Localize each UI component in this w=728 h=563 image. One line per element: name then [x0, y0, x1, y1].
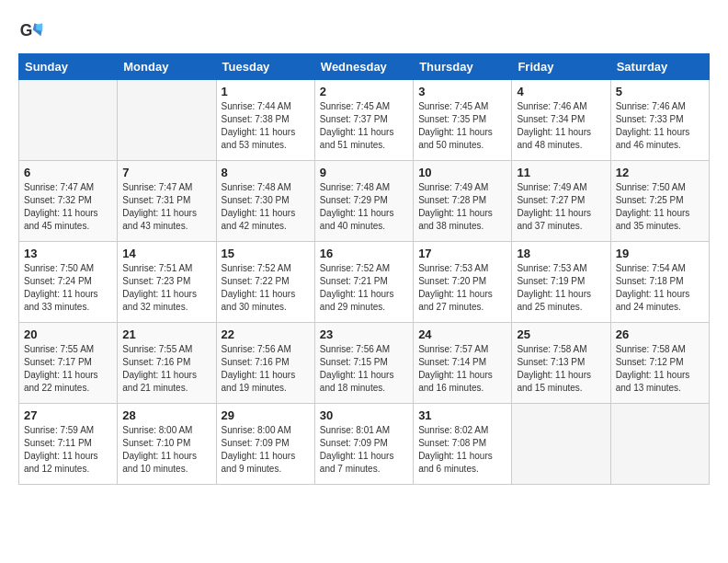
day-info: Sunrise: 7:49 AM Sunset: 7:28 PM Dayligh… [418, 181, 506, 233]
day-number: 16 [320, 247, 408, 260]
day-info: Sunrise: 7:53 AM Sunset: 7:20 PM Dayligh… [418, 262, 506, 314]
day-number: 30 [320, 408, 408, 422]
day-number: 6 [24, 166, 112, 179]
calendar-cell: 25 Sunrise: 7:58 AM Sunset: 7:13 PM Dayl… [512, 323, 610, 404]
column-header-sunday: Sunday [19, 54, 118, 80]
calendar-cell: 22 Sunrise: 7:56 AM Sunset: 7:16 PM Dayl… [216, 323, 314, 404]
day-number: 24 [418, 327, 506, 341]
day-number: 27 [24, 408, 112, 422]
calendar-cell: 14 Sunrise: 7:51 AM Sunset: 7:23 PM Dayl… [118, 242, 216, 323]
day-number: 2 [320, 85, 408, 98]
calendar-cell: 9 Sunrise: 7:48 AM Sunset: 7:29 PM Dayli… [314, 161, 413, 242]
day-info: Sunrise: 7:48 AM Sunset: 7:29 PM Dayligh… [320, 181, 408, 233]
day-info: Sunrise: 7:45 AM Sunset: 7:37 PM Dayligh… [320, 100, 408, 152]
day-number: 5 [616, 85, 704, 98]
calendar-week-row: 1 Sunrise: 7:44 AM Sunset: 7:38 PM Dayli… [19, 80, 710, 161]
column-header-saturday: Saturday [610, 54, 709, 80]
page-header: G [18, 18, 710, 44]
day-info: Sunrise: 8:00 AM Sunset: 7:10 PM Dayligh… [122, 424, 210, 476]
calendar-cell: 12 Sunrise: 7:50 AM Sunset: 7:25 PM Dayl… [610, 161, 709, 242]
calendar-cell: 23 Sunrise: 7:56 AM Sunset: 7:15 PM Dayl… [314, 323, 413, 404]
calendar-cell: 18 Sunrise: 7:53 AM Sunset: 7:19 PM Dayl… [512, 242, 610, 323]
calendar-cell: 17 Sunrise: 7:53 AM Sunset: 7:20 PM Dayl… [414, 242, 512, 323]
day-info: Sunrise: 8:01 AM Sunset: 7:09 PM Dayligh… [320, 424, 408, 476]
calendar-cell: 31 Sunrise: 8:02 AM Sunset: 7:08 PM Dayl… [414, 404, 512, 485]
calendar-cell: 21 Sunrise: 7:55 AM Sunset: 7:16 PM Dayl… [118, 323, 216, 404]
day-info: Sunrise: 7:58 AM Sunset: 7:12 PM Dayligh… [616, 343, 704, 395]
day-number: 23 [320, 327, 408, 341]
day-info: Sunrise: 7:47 AM Sunset: 7:31 PM Dayligh… [122, 181, 210, 233]
calendar-cell: 13 Sunrise: 7:50 AM Sunset: 7:24 PM Dayl… [19, 242, 118, 323]
day-info: Sunrise: 7:52 AM Sunset: 7:22 PM Dayligh… [222, 262, 310, 314]
calendar-week-row: 13 Sunrise: 7:50 AM Sunset: 7:24 PM Dayl… [19, 242, 710, 323]
day-info: Sunrise: 8:00 AM Sunset: 7:09 PM Dayligh… [222, 424, 310, 476]
column-header-wednesday: Wednesday [314, 54, 413, 80]
calendar-cell: 28 Sunrise: 8:00 AM Sunset: 7:10 PM Dayl… [118, 404, 216, 485]
day-number: 13 [24, 247, 112, 260]
day-number: 18 [517, 247, 605, 260]
day-number: 8 [222, 166, 310, 179]
calendar-week-row: 6 Sunrise: 7:47 AM Sunset: 7:32 PM Dayli… [19, 161, 710, 242]
day-number: 22 [222, 327, 310, 341]
day-info: Sunrise: 7:57 AM Sunset: 7:14 PM Dayligh… [418, 343, 506, 395]
day-info: Sunrise: 7:52 AM Sunset: 7:21 PM Dayligh… [320, 262, 408, 314]
calendar-cell: 4 Sunrise: 7:46 AM Sunset: 7:34 PM Dayli… [512, 80, 610, 161]
day-info: Sunrise: 7:46 AM Sunset: 7:33 PM Dayligh… [616, 100, 704, 152]
calendar-cell: 7 Sunrise: 7:47 AM Sunset: 7:31 PM Dayli… [118, 161, 216, 242]
calendar-cell: 1 Sunrise: 7:44 AM Sunset: 7:38 PM Dayli… [216, 80, 314, 161]
day-info: Sunrise: 7:56 AM Sunset: 7:15 PM Dayligh… [320, 343, 408, 395]
calendar-cell: 6 Sunrise: 7:47 AM Sunset: 7:32 PM Dayli… [19, 161, 118, 242]
svg-text:G: G [20, 21, 33, 40]
calendar-cell: 16 Sunrise: 7:52 AM Sunset: 7:21 PM Dayl… [314, 242, 413, 323]
day-number: 15 [222, 247, 310, 260]
calendar-cell [118, 80, 216, 161]
day-number: 29 [222, 408, 310, 422]
calendar-cell: 29 Sunrise: 8:00 AM Sunset: 7:09 PM Dayl… [216, 404, 314, 485]
day-info: Sunrise: 8:02 AM Sunset: 7:08 PM Dayligh… [418, 424, 506, 476]
day-info: Sunrise: 7:48 AM Sunset: 7:30 PM Dayligh… [222, 181, 310, 233]
day-number: 31 [418, 408, 506, 422]
calendar-cell: 11 Sunrise: 7:49 AM Sunset: 7:27 PM Dayl… [512, 161, 610, 242]
day-info: Sunrise: 7:55 AM Sunset: 7:17 PM Dayligh… [24, 343, 112, 395]
calendar-cell: 15 Sunrise: 7:52 AM Sunset: 7:22 PM Dayl… [216, 242, 314, 323]
calendar-cell: 3 Sunrise: 7:45 AM Sunset: 7:35 PM Dayli… [414, 80, 512, 161]
calendar-cell: 8 Sunrise: 7:48 AM Sunset: 7:30 PM Dayli… [216, 161, 314, 242]
day-info: Sunrise: 7:50 AM Sunset: 7:24 PM Dayligh… [24, 262, 112, 314]
calendar-week-row: 20 Sunrise: 7:55 AM Sunset: 7:17 PM Dayl… [19, 323, 710, 404]
day-number: 25 [517, 327, 605, 341]
calendar-cell: 27 Sunrise: 7:59 AM Sunset: 7:11 PM Dayl… [19, 404, 118, 485]
calendar-cell: 5 Sunrise: 7:46 AM Sunset: 7:33 PM Dayli… [610, 80, 709, 161]
logo: G [18, 18, 48, 44]
day-info: Sunrise: 7:54 AM Sunset: 7:18 PM Dayligh… [616, 262, 704, 314]
column-header-tuesday: Tuesday [216, 54, 314, 80]
day-number: 12 [616, 166, 704, 179]
calendar-cell [512, 404, 610, 485]
calendar-cell: 30 Sunrise: 8:01 AM Sunset: 7:09 PM Dayl… [314, 404, 413, 485]
column-header-monday: Monday [118, 54, 216, 80]
calendar-header-row: SundayMondayTuesdayWednesdayThursdayFrid… [19, 54, 710, 80]
day-info: Sunrise: 7:45 AM Sunset: 7:35 PM Dayligh… [418, 100, 506, 152]
day-number: 11 [517, 166, 605, 179]
column-header-friday: Friday [512, 54, 610, 80]
calendar-week-row: 27 Sunrise: 7:59 AM Sunset: 7:11 PM Dayl… [19, 404, 710, 485]
day-number: 10 [418, 166, 506, 179]
day-info: Sunrise: 7:46 AM Sunset: 7:34 PM Dayligh… [517, 100, 605, 152]
day-number: 20 [24, 327, 112, 341]
day-number: 14 [122, 247, 210, 260]
day-info: Sunrise: 7:47 AM Sunset: 7:32 PM Dayligh… [24, 181, 112, 233]
day-info: Sunrise: 7:55 AM Sunset: 7:16 PM Dayligh… [122, 343, 210, 395]
calendar-cell: 20 Sunrise: 7:55 AM Sunset: 7:17 PM Dayl… [19, 323, 118, 404]
day-number: 26 [616, 327, 704, 341]
day-number: 7 [122, 166, 210, 179]
day-info: Sunrise: 7:56 AM Sunset: 7:16 PM Dayligh… [222, 343, 310, 395]
calendar-cell: 19 Sunrise: 7:54 AM Sunset: 7:18 PM Dayl… [610, 242, 709, 323]
day-info: Sunrise: 7:51 AM Sunset: 7:23 PM Dayligh… [122, 262, 210, 314]
column-header-thursday: Thursday [414, 54, 512, 80]
day-number: 28 [122, 408, 210, 422]
day-number: 17 [418, 247, 506, 260]
day-info: Sunrise: 7:49 AM Sunset: 7:27 PM Dayligh… [517, 181, 605, 233]
day-info: Sunrise: 7:44 AM Sunset: 7:38 PM Dayligh… [222, 100, 310, 152]
logo-icon: G [18, 18, 44, 44]
day-number: 3 [418, 85, 506, 98]
day-number: 4 [517, 85, 605, 98]
